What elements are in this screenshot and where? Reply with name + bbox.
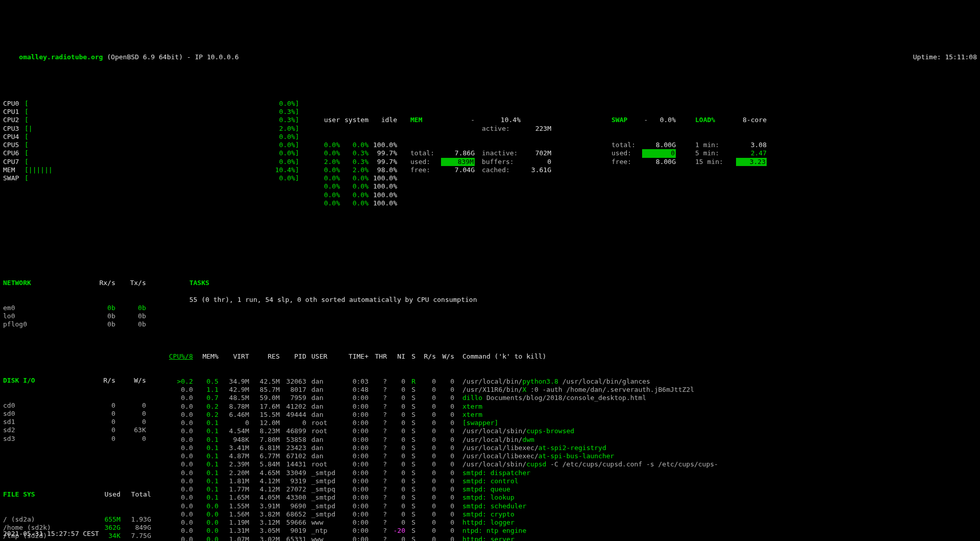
cpu-bar-row: CPU6[0.0%] xyxy=(3,149,299,157)
hdr-mem[interactable]: MEM% xyxy=(196,352,222,361)
proc-virt: 34.9M xyxy=(222,378,252,386)
swap-title: SWAP xyxy=(611,116,642,124)
proc-command: httpd: logger xyxy=(457,519,977,527)
proc-ws: 0 xyxy=(439,519,457,527)
proc-virt: 48.5M xyxy=(222,394,252,402)
proc-virt: 948K xyxy=(222,436,252,444)
disk-row: sd2063K xyxy=(3,426,156,434)
cpu-pct: 0.3%] xyxy=(271,108,299,116)
hdr-virt[interactable]: VIRT xyxy=(222,352,252,361)
hdr-pid[interactable]: PID xyxy=(283,352,309,361)
proc-ni: 0 xyxy=(390,378,408,386)
proc-row[interactable]: 0.00.12.20M4.65M33049_smtpd0:00?0S00smtp… xyxy=(165,469,977,477)
proc-row[interactable]: 0.00.748.5M59.0M7959dan0:00?0S00dillo Do… xyxy=(165,394,977,402)
hdr-time[interactable]: TIME+ xyxy=(340,352,372,361)
proc-state: S xyxy=(408,535,419,542)
hdr-s[interactable]: S xyxy=(408,352,419,361)
cpu-pct: 0.0%] xyxy=(271,133,299,141)
proc-command: /usr/local/libexec/at-spi-bus-launcher xyxy=(457,452,977,460)
proc-rs: 0 xyxy=(419,519,439,527)
mem-pct: 10.4% xyxy=(475,116,521,124)
proc-row[interactable]: 0.00.11.65M4.05M43300_smtpd0:00?0S00smtp… xyxy=(165,493,977,502)
proc-ni: 0 xyxy=(390,394,408,402)
hdr-cpu[interactable]: CPU%/8 xyxy=(165,352,196,361)
cpu-label: CPU4 xyxy=(3,133,24,141)
proc-header[interactable]: CPU%/8 MEM% VIRT RES PID USER TIME+ THR … xyxy=(165,352,977,361)
proc-thr: ? xyxy=(372,519,390,527)
usi-row: 0.0%0.0%100.0% xyxy=(311,174,398,182)
proc-rs: 0 xyxy=(419,477,439,485)
proc-cpu: 0.0 xyxy=(165,527,196,535)
hdr-cmd[interactable]: Command ('k' to kill) xyxy=(457,352,977,361)
proc-ni: 0 xyxy=(390,510,408,519)
proc-ni: 0 xyxy=(390,403,408,411)
proc-time: 0:00 xyxy=(340,502,372,510)
hdr-ws[interactable]: W/s xyxy=(439,352,457,361)
proc-time: 0:00 xyxy=(340,394,372,402)
cpu-bar-row: SWAP[0.0%] xyxy=(3,174,299,182)
proc-cpu: 0.0 xyxy=(165,502,196,510)
proc-res: 7.80M xyxy=(252,436,283,444)
proc-command: httpd: server xyxy=(457,535,977,542)
proc-thr: ? xyxy=(372,378,390,386)
proc-row[interactable]: 0.00.01.55M3.91M9690_smtpd0:00?0S00smtpd… xyxy=(165,502,977,510)
proc-row[interactable]: 0.00.11.81M4.12M9319_smtpd0:00?0S00smtpd… xyxy=(165,477,977,485)
proc-rs: 0 xyxy=(419,502,439,510)
proc-command: dillo Documents/blog/2018/console_deskto… xyxy=(457,394,977,402)
proc-virt: 1.81M xyxy=(222,477,252,485)
hdr-ni[interactable]: NI xyxy=(390,352,408,361)
proc-row[interactable]: >0.20.534.9M42.5M32063dan0:03?0R00/usr/l… xyxy=(165,378,977,386)
proc-thr: ? xyxy=(372,485,390,493)
proc-res: 3.02M xyxy=(252,535,283,542)
proc-row[interactable]: 0.00.01.19M3.12M59666www0:00?0S00httpd: … xyxy=(165,519,977,527)
proc-row[interactable]: 0.00.14.54M8.23M46899root0:00?0S00/usr/l… xyxy=(165,427,977,435)
mem-row: used:839Mbuffers:0 xyxy=(410,158,599,166)
hdr-user[interactable]: USER xyxy=(309,352,340,361)
network-rx-hdr: Rx/s xyxy=(85,279,115,287)
proc-ws: 0 xyxy=(439,378,457,386)
proc-ws: 0 xyxy=(439,460,457,468)
hdr-res[interactable]: RES xyxy=(252,352,283,361)
proc-res: 4.12M xyxy=(252,485,283,493)
proc-user: _smtpd xyxy=(309,510,340,519)
proc-row[interactable]: 0.00.1012.0M0root0:00?0S00[swapper] xyxy=(165,419,977,427)
proc-row[interactable]: 0.00.01.56M3.82M68652_smtpd0:00?0S00smtp… xyxy=(165,510,977,519)
tasks-panel: TASKS 55 (0 thr), 1 run, 54 slp, 0 oth s… xyxy=(165,254,977,541)
cpu-label: CPU3 xyxy=(3,125,24,133)
proc-virt: 0 xyxy=(222,419,252,427)
load-core: 8-core xyxy=(736,116,767,124)
disk-row: sd300 xyxy=(3,435,156,443)
hdr-rs[interactable]: R/s xyxy=(419,352,439,361)
proc-row[interactable]: 0.00.26.46M15.5M49444dan0:00?0S00xterm xyxy=(165,411,977,419)
proc-res: 15.5M xyxy=(252,411,283,419)
cpu-bar-row: CPU0[0.0%] xyxy=(3,100,299,108)
proc-time: 0:00 xyxy=(340,527,372,535)
proc-row[interactable]: 0.00.13.41M6.81M23423dan0:00?0S00/usr/lo… xyxy=(165,444,977,452)
proc-row[interactable]: 0.00.12.39M5.84M14431root0:00?0S00/usr/l… xyxy=(165,460,977,468)
proc-row[interactable]: 0.00.01.07M3.02M65331www0:00?0S00httpd: … xyxy=(165,535,977,542)
proc-ni: 0 xyxy=(390,419,408,427)
proc-res: 17.6M xyxy=(252,403,283,411)
proc-user: _smtpd xyxy=(309,469,340,477)
proc-row[interactable]: 0.00.14.87M6.77M67102dan0:00?0S00/usr/lo… xyxy=(165,452,977,460)
proc-row[interactable]: 0.00.01.31M3.05M9019_ntp0:00?-20S00ntpd:… xyxy=(165,527,977,535)
proc-row[interactable]: 0.00.11.77M4.12M27072_smtpq0:00?0S00smtp… xyxy=(165,485,977,493)
proc-ni: 0 xyxy=(390,469,408,477)
proc-res: 42.5M xyxy=(252,378,283,386)
cpu-gauge: [ xyxy=(24,174,271,182)
proc-time: 0:48 xyxy=(340,386,372,394)
proc-ni: 0 xyxy=(390,535,408,542)
proc-virt: 1.55M xyxy=(222,502,252,510)
proc-row[interactable]: 0.00.28.78M17.6M41202dan0:00?0S00xterm xyxy=(165,403,977,411)
cpu-label: SWAP xyxy=(3,174,24,182)
proc-row[interactable]: 0.01.142.9M85.7M8017dan0:48?0S00/usr/X11… xyxy=(165,386,977,394)
proc-command: smtpd: control xyxy=(457,477,977,485)
proc-cpu: >0.2 xyxy=(165,378,196,386)
proc-time: 0:00 xyxy=(340,485,372,493)
proc-user: dan xyxy=(309,394,340,402)
hdr-thr[interactable]: THR xyxy=(372,352,390,361)
proc-thr: ? xyxy=(372,444,390,452)
proc-row[interactable]: 0.00.1948K7.80M53858dan0:00?0S00/usr/loc… xyxy=(165,436,977,444)
proc-state: S xyxy=(408,403,419,411)
proc-ws: 0 xyxy=(439,394,457,402)
